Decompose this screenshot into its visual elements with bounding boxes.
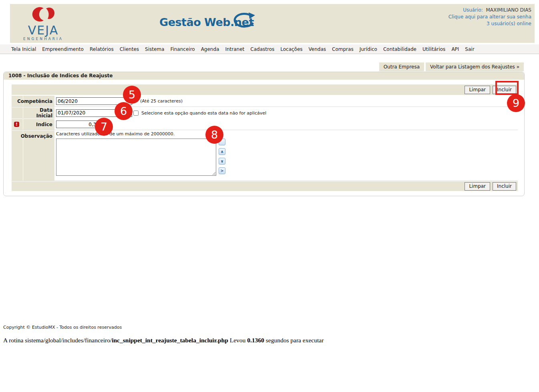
menu-item-contabilidade[interactable]: Contabilidade [383, 46, 416, 52]
menu-item-empreendimento[interactable]: Empreendimento [42, 46, 84, 52]
user-info: Usuário: MAXIMILIANO DIAS Clique aqui pa… [448, 7, 531, 27]
error-icon: ! [14, 122, 19, 127]
back-to-list-button[interactable]: Voltar para Listagem dos Reajustes » [426, 62, 524, 71]
competencia-row: Competência (Até 25 caracteres) [12, 96, 518, 107]
app-logo-text: Gestão Web. [159, 16, 234, 28]
menu-item-juridico[interactable]: Jurídico [360, 46, 377, 52]
company-name: VEJA [21, 25, 65, 36]
indice-row: ! Indice [12, 119, 518, 130]
competencia-label: Competência [23, 96, 54, 107]
form-toolbar-bottom: Limpar Incluir [12, 181, 518, 191]
data-nao-aplicavel-label: Selecione esta opção quando esta data nã… [141, 111, 266, 116]
observacao-label: Observação [23, 131, 54, 181]
page-title: 1008 - Inclusão de Indices de Reajuste [4, 72, 524, 80]
annotation-circle-8: 8 [205, 126, 223, 144]
annotation-circle-5: 5 [123, 86, 141, 104]
clear-button-top[interactable]: Limpar [465, 86, 490, 94]
annotation-circle-9: 9 [507, 94, 525, 112]
routine-file: inc_snippet_int_reajuste_tabela_incluir.… [112, 337, 228, 344]
user-name: MAXIMILIANO DIAS [486, 7, 532, 13]
textarea-buttons: ∧ ∨ > [219, 139, 225, 174]
menu-item-cadastros[interactable]: Cadastros [250, 46, 274, 52]
move-down-button[interactable]: ∨ [219, 158, 225, 165]
form-toolbar-top: Limpar Incluir [12, 84, 518, 95]
routine-time: 0.1360 [247, 337, 264, 344]
data-inicial-row: Data Inicial Selecione esta opção quando… [12, 107, 518, 119]
menu-item-clientes[interactable]: Clientes [120, 46, 139, 52]
menu-item-relatorios[interactable]: Relatórios [90, 46, 114, 52]
competencia-hint: (Até 25 caracteres) [140, 99, 183, 104]
page-header: VEJA ENGENHARIA Gestão Web.net Usuário: … [10, 4, 535, 43]
menu-item-api[interactable]: API [451, 46, 459, 52]
form-panel: 1008 - Inclusão de Indices de Reajuste L… [3, 72, 525, 196]
observacao-row: Observação Caracteres utilizados: 0 de u… [12, 131, 518, 181]
observacao-textarea[interactable] [56, 139, 216, 176]
company-subtitle: ENGENHARIA [21, 37, 65, 41]
copyright-text: Copyright © EstudioMX - Todos os direito… [3, 325, 122, 330]
clear-button-bottom[interactable]: Limpar [465, 182, 490, 191]
main-menu: Tela Inicial Empreendimento Relatórios C… [0, 44, 539, 54]
page-actions: Outra Empresa Voltar para Listagem dos R… [379, 62, 524, 71]
menu-item-utilitarios[interactable]: Utilitários [422, 46, 445, 52]
menu-item-financeiro[interactable]: Financeiro [170, 46, 195, 52]
menu-item-sair[interactable]: Sair [465, 46, 474, 52]
annotation-circle-7: 7 [95, 118, 113, 136]
data-nao-aplicavel-checkbox[interactable] [133, 111, 139, 116]
user-label: Usuário: [463, 7, 483, 13]
app-logo: Gestão Web.net [159, 16, 254, 28]
online-users: 3 usuário(s) online [487, 21, 531, 26]
menu-item-compras[interactable]: Compras [332, 46, 354, 52]
indice-label: Indice [23, 119, 54, 130]
chars-used-info: Caracteres utilizados: 0 de um máximo de… [56, 131, 518, 137]
indice-input[interactable] [56, 121, 101, 128]
company-logo[interactable]: VEJA ENGENHARIA [21, 6, 65, 41]
highlight-rect-incluir [495, 81, 519, 95]
other-company-button[interactable]: Outra Empresa [379, 62, 424, 71]
include-button-bottom[interactable]: Incluir [493, 182, 516, 191]
circular-arrows-icon [231, 12, 256, 30]
veja-logo-icon [29, 6, 57, 25]
move-up-button[interactable]: ∧ [219, 148, 225, 155]
annotation-circle-6: 6 [115, 102, 133, 120]
menu-item-sistema[interactable]: Sistema [145, 46, 164, 52]
menu-item-tela-inicial[interactable]: Tela Inicial [11, 46, 36, 52]
menu-item-intranet[interactable]: Intranet [225, 46, 244, 52]
menu-item-locacoes[interactable]: Locações [280, 46, 302, 52]
menu-item-vendas[interactable]: Vendas [309, 46, 326, 52]
data-inicial-label: Data Inicial [23, 107, 54, 119]
menu-item-agenda[interactable]: Agenda [201, 46, 219, 52]
change-password-link[interactable]: Clique aqui para alterar sua senha [448, 14, 531, 20]
routine-exec-info: A rotina sistema/global/includes/finance… [3, 337, 324, 344]
insert-button[interactable]: > [219, 167, 225, 174]
